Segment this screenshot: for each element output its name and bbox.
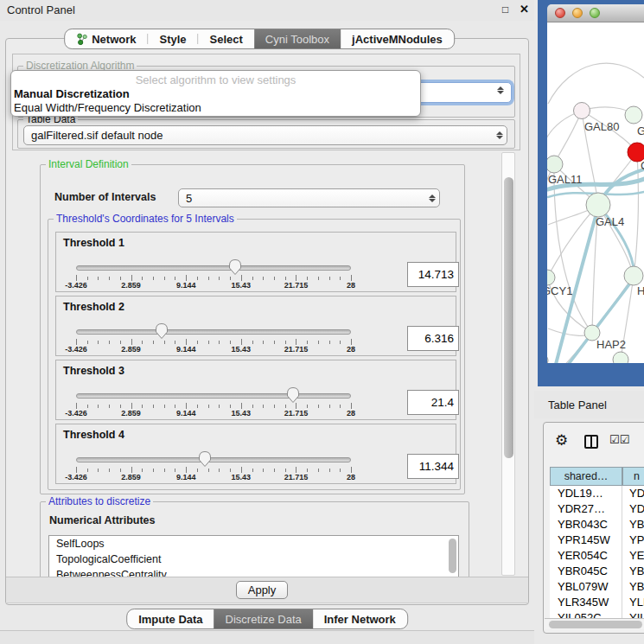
axis-tick-label: 9.144	[164, 345, 207, 354]
combo-stepper-icon	[494, 86, 507, 94]
close-window-icon[interactable]	[555, 8, 565, 18]
gear-icon[interactable]: ⚙	[555, 431, 568, 450]
tab-network[interactable]: Network	[65, 29, 147, 48]
table-hscrollbar-thumb[interactable]	[549, 621, 642, 628]
network-window-titlebar[interactable]	[547, 4, 644, 22]
tab-cyni-toolbox[interactable]: Cyni Toolbox	[254, 29, 341, 48]
network-node[interactable]	[547, 354, 548, 363]
combo-stepper-icon	[425, 194, 439, 202]
axis-tick	[329, 341, 330, 344]
axis-tick-label: 2.859	[110, 409, 153, 418]
network-node-h[interactable]	[624, 266, 643, 285]
axis-tick	[131, 403, 132, 409]
checkbox-icons[interactable]: ☑☑	[609, 433, 629, 446]
cell-name: YBR0	[629, 564, 644, 579]
tab-select[interactable]: Select	[199, 29, 254, 48]
axis-tick	[296, 339, 296, 345]
threshold-slider-thumb[interactable]	[155, 322, 169, 340]
network-window[interactable]: GAL80GACGAL11GAL4GCY1HHAP2	[538, 0, 644, 386]
algorithm-placeholder: Select algorithm to view settings	[11, 71, 420, 87]
threshold-value-field[interactable]: 21.4	[407, 390, 459, 415]
settings-scrollbar-thumb[interactable]	[504, 177, 513, 458]
zoom-window-icon[interactable]	[590, 8, 600, 18]
axis-tick	[153, 341, 154, 344]
cell-name: YDL1	[629, 486, 644, 501]
axis-tick	[263, 469, 264, 472]
network-node-label: GA	[637, 124, 644, 137]
axis-tick	[241, 339, 242, 345]
axis-tick	[87, 341, 88, 344]
threshold-value-field[interactable]: 14.713	[407, 262, 459, 287]
threshold-slider-thumb[interactable]	[286, 386, 300, 404]
minimize-window-icon[interactable]	[572, 8, 583, 18]
attribute-item-topologicalcoefficient[interactable]: TopologicalCoefficient	[49, 552, 458, 567]
algorithm-option-equal-width[interactable]: Equal Width/Frequency Discretization	[11, 101, 420, 115]
network-canvas[interactable]: GAL80GACGAL11GAL4GCY1HHAP2	[547, 22, 644, 363]
table-hscrollbar[interactable]	[545, 618, 644, 629]
tab-impute-data[interactable]: Impute Data	[127, 609, 214, 628]
network-node-gcy1[interactable]	[547, 270, 555, 285]
network-node-gal4[interactable]	[586, 193, 610, 217]
axis-tick	[252, 405, 253, 408]
attributes-scrollbar-thumb[interactable]	[449, 539, 456, 573]
axis-tick-label: 15.43	[220, 345, 263, 354]
network-node[interactable]	[613, 352, 628, 363]
column-header-shared-name[interactable]: shared…	[550, 467, 622, 486]
table-row[interactable]: YIL052CYIL0	[550, 610, 644, 618]
table-row[interactable]: YBR045CYBR0	[550, 564, 644, 579]
tab-style[interactable]: Style	[148, 29, 197, 48]
number-of-intervals-combobox[interactable]: 5	[178, 188, 440, 207]
table-row[interactable]: YBL079WYBL0	[550, 579, 644, 595]
table-row[interactable]: YDL19…YDL1	[550, 486, 644, 501]
close-panel-icon[interactable]: ✕	[520, 3, 529, 16]
threshold-value-field[interactable]: 6.316	[407, 326, 459, 351]
threshold-slider-track[interactable]	[76, 329, 351, 335]
float-panel-icon[interactable]: □	[502, 3, 508, 16]
network-node-gal80[interactable]	[574, 103, 590, 119]
axis-tick	[285, 277, 286, 280]
cell-name: YPR1	[629, 532, 644, 548]
settings-scroll-viewport: Interval Definition Number of Intervals …	[12, 151, 501, 577]
threshold-slider-thumb[interactable]	[198, 450, 212, 468]
numerical-attributes-list[interactable]: SelfLoopsTopologicalCoefficientBetweenne…	[48, 535, 459, 577]
split-columns-icon[interactable]	[584, 435, 598, 449]
network-node-gal11[interactable]	[547, 156, 563, 173]
axis-tick	[186, 467, 187, 473]
table-row[interactable]: YER054CYER0	[550, 548, 644, 564]
threshold-slider-track[interactable]	[76, 265, 351, 271]
threshold-slider-track[interactable]	[76, 393, 351, 399]
tab-infer-network[interactable]: Infer Network	[313, 609, 407, 628]
network-edge[interactable]	[548, 63, 644, 104]
top-tab-bar: NetworkStyleSelectCyni ToolboxjActiveMNo…	[64, 29, 455, 49]
axis-tick	[164, 277, 165, 280]
settings-scrollbar[interactable]	[501, 152, 515, 576]
threshold-value-field[interactable]: 11.344	[407, 454, 459, 479]
algorithm-option-manual[interactable]: Manual Discretization	[11, 87, 420, 101]
attributes-group: Attributes to discretize Numerical Attri…	[40, 501, 469, 577]
table-row[interactable]: YDR27…YDR2	[550, 501, 644, 517]
threshold-slider-track[interactable]	[76, 457, 351, 462]
table-data-combobox[interactable]: galFiltered.sif default node	[23, 125, 507, 145]
table-row[interactable]: YLR345WYLR3	[550, 595, 644, 610]
table-rows[interactable]: YDL19…YDL1YDR27…YDR2YBR043CYBR0YPR145WYP…	[550, 486, 644, 618]
threshold-slider-thumb[interactable]	[228, 258, 242, 276]
attribute-item-selfloops[interactable]: SelfLoops	[49, 536, 458, 552]
apply-button[interactable]: Apply	[236, 581, 288, 599]
column-header-name[interactable]: n	[622, 467, 644, 486]
table-row[interactable]: YBR043CYBR0	[550, 517, 644, 532]
axis-tick	[164, 341, 165, 344]
network-node-ga[interactable]	[625, 106, 642, 124]
attribute-item-betweennesscentrality[interactable]: BetweennessCentrality	[49, 567, 458, 577]
table-row[interactable]: YPR145WYPR1	[550, 532, 644, 548]
axis-tick	[87, 405, 88, 408]
axis-tick	[230, 469, 231, 472]
axis-tick	[329, 405, 330, 408]
axis-tick	[230, 405, 231, 408]
tab-jactivemnodules[interactable]: jActiveMNodules	[341, 29, 454, 48]
control-panel-titlebar: Control Panel □ ✕	[0, 0, 534, 21]
algorithm-dropdown-popup: Select algorithm to view settings Manual…	[10, 70, 421, 117]
tab-discretize-data[interactable]: Discretize Data	[214, 609, 313, 628]
axis-tick	[296, 467, 296, 473]
cell-name: YBL0	[629, 579, 644, 595]
network-graph[interactable]: GAL80GACGAL11GAL4GCY1HHAP2	[547, 22, 644, 363]
